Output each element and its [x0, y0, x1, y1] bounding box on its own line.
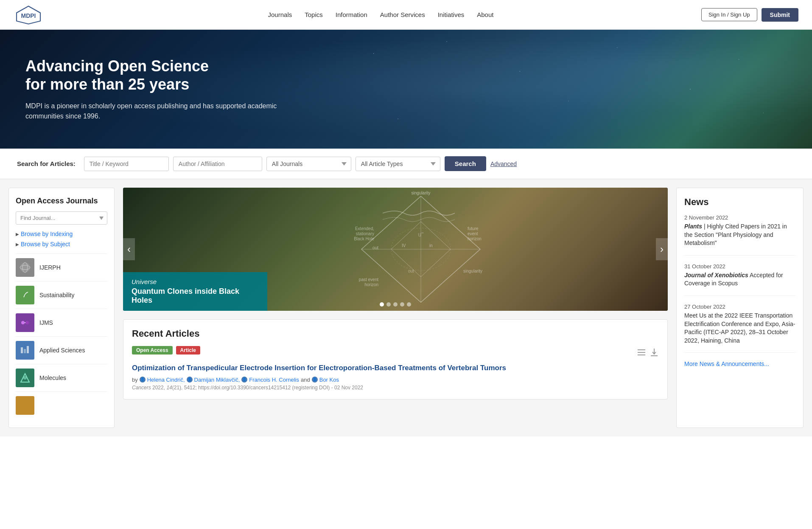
svg-text:singularity: singularity — [463, 269, 482, 273]
svg-text:in: in — [429, 243, 433, 248]
svg-text:past event: past event — [359, 277, 378, 282]
carousel-dot[interactable] — [380, 302, 384, 307]
download-icon[interactable] — [650, 348, 659, 357]
svg-point-6 — [21, 321, 25, 324]
journal-icon-ijerph — [16, 258, 34, 277]
article-tags: Open Access Article — [132, 346, 200, 355]
svg-text:singularity: singularity — [411, 191, 430, 195]
browse-subject-link[interactable]: ▶ Browse by Subject — [16, 241, 107, 248]
article-types-select[interactable]: All Article Types — [356, 157, 440, 171]
svg-rect-38 — [638, 352, 645, 353]
journal-name: IJMS — [39, 319, 53, 326]
svg-text:event: event — [468, 231, 478, 236]
sidebar-title: Open Access Journals — [16, 197, 107, 205]
journal-list: IJERPH Sustainability IJMS — [16, 253, 107, 419]
keyword-input[interactable] — [84, 157, 169, 171]
news-item: 27 October 2022 Meet Us at the 2022 IEEE… — [684, 304, 795, 353]
news-item: 2 November 2022 Plants | Highly Cited Pa… — [684, 214, 795, 256]
journal-icon-molecules — [16, 369, 34, 387]
hero-subtitle: MDPI is a pioneer in scholarly open acce… — [25, 101, 280, 121]
svg-text:u'': u'' — [418, 231, 423, 238]
article-meta: Cancers 2022, 14(21), 5412; https://doi.… — [132, 385, 659, 391]
mdpi-logo-icon: MDPI — [14, 4, 43, 25]
nav-information[interactable]: Information — [336, 11, 367, 18]
article-authors: by 👤 Helena Cindrič, 👤 Damijan Miklavčič… — [132, 377, 659, 383]
carousel-dot[interactable] — [407, 302, 411, 307]
search-button[interactable]: Search — [445, 156, 486, 171]
signin-button[interactable]: Sign In / Sign Up — [701, 8, 757, 21]
more-news-link[interactable]: More News & Announcements... — [684, 360, 769, 367]
journals-sidebar: Open Access Journals ▶ Browse by Indexin… — [8, 188, 115, 428]
carousel: singularity out future event horizon Ext… — [123, 188, 668, 311]
news-item: 31 October 2022 Journal of Xenobiotics A… — [684, 263, 795, 296]
search-bar: Search for Articles: All Journals All Ar… — [0, 149, 812, 179]
list-item[interactable]: Sustainability — [16, 281, 107, 309]
main-content: Open Access Journals ▶ Browse by Indexin… — [0, 179, 812, 436]
svg-text:out: out — [408, 269, 414, 273]
journal-icon-last — [16, 396, 34, 415]
nav-journals[interactable]: Journals — [268, 11, 292, 18]
svg-text:horizon: horizon — [364, 282, 378, 287]
svg-point-2 — [20, 262, 30, 273]
carousel-dot[interactable] — [400, 302, 404, 307]
advanced-search-button[interactable]: Advanced — [490, 160, 517, 167]
list-item[interactable]: IJERPH — [16, 253, 107, 281]
list-item[interactable]: Applied Sciences — [16, 336, 107, 364]
find-journal-input[interactable] — [16, 211, 107, 225]
svg-text:stationary: stationary — [356, 231, 374, 236]
carousel-prev-button[interactable]: ‹ — [123, 238, 135, 260]
submit-button[interactable]: Submit — [762, 8, 798, 22]
browse-indexing-link[interactable]: ▶ Browse by Indexing — [16, 231, 107, 237]
svg-rect-11 — [24, 349, 26, 353]
svg-rect-39 — [638, 355, 645, 355]
author-icon: 👤 — [241, 377, 247, 383]
list-item[interactable] — [16, 391, 107, 419]
center-content: singularity out future event horizon Ext… — [123, 188, 668, 428]
journal-name: Applied Sciences — [39, 347, 85, 354]
author-icon: 👤 — [312, 377, 318, 383]
tag-article: Article — [176, 346, 200, 355]
svg-point-7 — [25, 321, 29, 324]
svg-text:out: out — [372, 245, 378, 250]
news-text: Plants | Highly Cited Papers in 2021 in … — [684, 222, 795, 248]
svg-text:IV: IV — [402, 243, 406, 248]
nav-topics[interactable]: Topics — [305, 11, 323, 18]
journal-name: IJERPH — [39, 264, 61, 271]
svg-text:Black Hole: Black Hole — [354, 236, 374, 241]
list-item[interactable]: Molecules — [16, 364, 107, 391]
recent-articles-title: Recent Articles — [132, 328, 659, 339]
news-date: 27 October 2022 — [684, 304, 795, 310]
svg-text:future: future — [468, 226, 479, 231]
main-nav: Journals Topics Information Author Servi… — [60, 11, 701, 18]
search-label: Search for Articles: — [17, 160, 76, 167]
news-sidebar: News 2 November 2022 Plants | Highly Cit… — [676, 188, 804, 428]
journal-icon-applied — [16, 341, 34, 360]
nav-initiatives[interactable]: Initiatives — [438, 11, 465, 18]
svg-rect-40 — [651, 355, 658, 356]
svg-text:MDPI: MDPI — [21, 12, 36, 19]
journal-name: Sustainability — [39, 292, 75, 298]
news-text: Journal of Xenobiotics Accepted for Cove… — [684, 271, 795, 288]
hero-stars-decoration — [325, 30, 812, 149]
logo[interactable]: MDPI — [14, 4, 43, 25]
list-view-icon[interactable] — [637, 348, 646, 357]
header-actions: Sign In / Sign Up Submit — [701, 8, 798, 22]
carousel-caption: Universe Quantum Clones inside Black Hol… — [123, 272, 267, 311]
carousel-dot[interactable] — [386, 302, 391, 307]
svg-text:Extended,: Extended, — [355, 226, 374, 231]
hero-banner: Advancing Open Sciencefor more than 25 y… — [0, 30, 812, 149]
journal-icon-sustainability — [16, 286, 34, 304]
article-title[interactable]: Optimization of Transpedicular Electrode… — [132, 363, 659, 373]
journals-select[interactable]: All Journals — [266, 157, 351, 171]
svg-rect-10 — [21, 347, 23, 353]
nav-author-services[interactable]: Author Services — [380, 11, 425, 18]
journal-name: Molecules — [39, 374, 66, 381]
nav-about[interactable]: About — [477, 11, 493, 18]
list-item[interactable]: IJMS — [16, 309, 107, 336]
author-input[interactable] — [173, 157, 262, 171]
hero-text: Advancing Open Sciencefor more than 25 y… — [25, 57, 280, 121]
carousel-dot[interactable] — [393, 302, 398, 307]
journal-icon-ijms — [16, 313, 34, 332]
svg-rect-16 — [19, 399, 31, 412]
carousel-next-button[interactable]: › — [656, 238, 668, 260]
